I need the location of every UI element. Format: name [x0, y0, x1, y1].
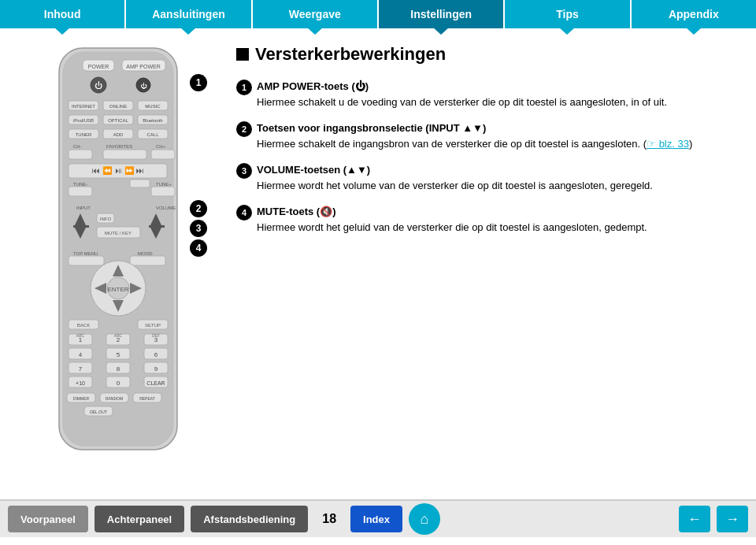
circle-num-4: 4: [236, 205, 252, 221]
bottom-navigation: Voorpaneel Achterpaneel Afstandsbedienin…: [0, 499, 756, 537]
svg-rect-38: [69, 187, 92, 196]
svg-text:INPUT: INPUT: [76, 206, 91, 210]
svg-text:DIMMER: DIMMER: [73, 396, 90, 401]
btn-afstandsbediening[interactable]: Afstandsbediening: [191, 506, 308, 532]
svg-text:INTERNET: INTERNET: [72, 104, 95, 109]
instruction-4: 4 MUTE-toets (🔇) Hiermee wordt het gelui…: [236, 204, 740, 235]
prev-arrow-button[interactable]: ←: [679, 506, 710, 532]
btn-voorpaneel[interactable]: Voorpaneel: [8, 506, 88, 532]
nav-weergave[interactable]: Weergave: [253, 0, 379, 28]
svg-text:AMP POWER: AMP POWER: [126, 64, 160, 69]
svg-text:4: 4: [79, 351, 83, 358]
home-icon: ⌂: [421, 511, 429, 528]
svg-text:8: 8: [117, 365, 120, 373]
instruction-3-body: Hiermee wordt het volume van de versterk…: [257, 180, 653, 191]
svg-text:ONLINE: ONLINE: [109, 104, 127, 109]
svg-text:TUNER: TUNER: [76, 132, 92, 137]
svg-text:ABC: ABC: [76, 333, 85, 338]
svg-text:TOP MENU: TOP MENU: [73, 251, 98, 256]
svg-text:MOOD: MOOD: [138, 251, 153, 256]
instruction-3: 3 VOLUME-toetsen (▲▼) Hiermee wordt het …: [236, 162, 740, 193]
svg-text:VOLUME: VOLUME: [156, 206, 176, 210]
instruction-1: 1 AMP POWER-toets (⏻) Hiermee schakelt u…: [236, 79, 740, 109]
svg-text:0: 0: [117, 380, 120, 387]
btn-achterpaneel[interactable]: Achterpaneel: [94, 506, 184, 532]
circle-num-2: 2: [236, 121, 252, 137]
page-title: Versterkerbewerkingen: [236, 44, 740, 65]
main-content: POWER AMP POWER ⏻ ⏻ INTERNET ONLINE MUSI…: [0, 28, 756, 499]
svg-text:RANDOM: RANDOM: [106, 396, 123, 401]
circle-num-1: 1: [236, 80, 252, 95]
badge-4: 4: [190, 239, 207, 257]
svg-rect-44: [73, 225, 89, 228]
svg-text:POWER: POWER: [88, 64, 109, 69]
home-button[interactable]: ⌂: [409, 503, 440, 535]
svg-text:CALL: CALL: [146, 132, 159, 137]
left-arrow-icon: ←: [687, 511, 702, 528]
svg-text:Bluetooth: Bluetooth: [143, 118, 162, 123]
svg-text:ABC: ABC: [114, 333, 123, 338]
instruction-2: 2 Toetsen voor ingangsbronselectie (INPU…: [236, 120, 740, 151]
svg-rect-54: [69, 256, 104, 265]
instruction-4-title: MUTE-toets (🔇): [257, 206, 336, 217]
nav-tips[interactable]: Tips: [505, 0, 631, 28]
svg-rect-32: [103, 150, 146, 159]
btn-index[interactable]: Index: [350, 506, 402, 532]
svg-text:5: 5: [117, 351, 120, 358]
page-number: 18: [322, 512, 336, 526]
svg-rect-49: [149, 225, 165, 228]
content-section: Versterkerbewerkingen 1 AMP POWER-toets …: [236, 36, 748, 491]
badge-1: 1: [190, 74, 207, 91]
svg-text:ENTER: ENTER: [107, 286, 128, 293]
remote-container: POWER AMP POWER ⏻ ⏻ INTERNET ONLINE MUSI…: [43, 44, 193, 454]
svg-text:REPEAT: REPEAT: [139, 396, 155, 401]
instruction-2-link[interactable]: ☞ blz. 33: [647, 138, 689, 150]
svg-text:DEF: DEF: [152, 333, 160, 338]
svg-text:CH-: CH-: [73, 144, 82, 149]
nav-inhoud[interactable]: Inhoud: [0, 0, 126, 28]
svg-text:iPod/USB: iPod/USB: [73, 118, 94, 123]
instruction-3-title: VOLUME-toetsen (▲▼): [257, 164, 370, 176]
svg-text:9: 9: [154, 365, 158, 373]
title-icon: [236, 48, 249, 61]
svg-text:SETUP: SETUP: [145, 323, 161, 328]
svg-text:ADD: ADD: [113, 132, 124, 137]
svg-rect-40: [151, 187, 175, 196]
svg-text:⏮ ⏪ ⏯ ⏩ ⏭: ⏮ ⏪ ⏯ ⏩ ⏭: [92, 165, 143, 176]
instruction-2-body: Hiermee schakelt de ingangsbron van de v…: [257, 138, 647, 150]
instruction-2-title: Toetsen voor ingangsbronselectie (INPUT …: [257, 122, 486, 134]
nav-aansluitingen[interactable]: Aansluitingen: [126, 0, 252, 28]
remote-svg: POWER AMP POWER ⏻ ⏻ INTERNET ONLINE MUSI…: [43, 44, 193, 454]
svg-text:OPTICAL: OPTICAL: [108, 118, 128, 123]
svg-rect-56: [130, 256, 165, 265]
svg-text:TUNE+: TUNE+: [156, 182, 172, 187]
nav-instellingen[interactable]: Instellingen: [379, 0, 505, 28]
svg-text:6: 6: [154, 351, 158, 358]
circle-num-3: 3: [236, 163, 252, 179]
svg-rect-39: [130, 180, 150, 187]
instruction-1-body: Hiermee schakelt u de voeding van de ver…: [257, 96, 667, 108]
svg-rect-31: [69, 150, 92, 159]
remote-section: POWER AMP POWER ⏻ ⏻ INTERNET ONLINE MUSI…: [8, 36, 228, 491]
svg-text:⏻: ⏻: [94, 81, 102, 90]
badge-3: 3: [190, 220, 207, 237]
svg-text:+10: +10: [76, 380, 85, 386]
svg-text:MUTE / KEY: MUTE / KEY: [105, 231, 132, 235]
instruction-4-body: Hiermee wordt het geluid van de versterk…: [257, 221, 647, 233]
svg-text:MUSIC: MUSIC: [145, 104, 161, 109]
svg-rect-33: [151, 150, 175, 159]
nav-appendix[interactable]: Appendix: [632, 0, 756, 28]
svg-text:INFO: INFO: [100, 217, 112, 221]
svg-text:CLEAR: CLEAR: [146, 380, 165, 386]
svg-text:FAVORITES: FAVORITES: [106, 144, 132, 149]
svg-text:⏻: ⏻: [140, 83, 147, 90]
svg-text:CH+: CH+: [156, 144, 166, 149]
svg-text:DEL.OUT: DEL.OUT: [90, 410, 107, 414]
svg-text:BACK: BACK: [77, 323, 90, 328]
svg-text:7: 7: [79, 365, 83, 373]
next-arrow-button[interactable]: →: [717, 506, 748, 532]
badge-2: 2: [190, 200, 207, 217]
instruction-1-title: AMP POWER-toets (⏻): [257, 80, 369, 92]
top-navigation: Inhoud Aansluitingen Weergave Instelling…: [0, 0, 756, 28]
svg-text:TUNE-: TUNE-: [73, 182, 87, 187]
